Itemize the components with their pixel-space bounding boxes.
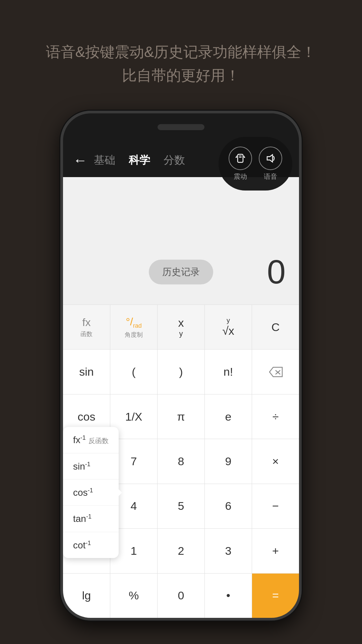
svg-rect-5 bbox=[236, 157, 236, 158]
vibration-icon bbox=[229, 147, 252, 170]
key-multiply[interactable]: × bbox=[252, 439, 299, 483]
key-fx[interactable]: fx 函数 bbox=[63, 305, 110, 349]
promo-text: 语音&按键震动&历史记录功能样样俱全！ 比自带的更好用！ bbox=[0, 40, 362, 88]
svg-rect-1 bbox=[239, 156, 242, 156]
sound-icon bbox=[259, 147, 282, 170]
keypad-row-7: lg % 0 • = bbox=[63, 573, 299, 618]
key-percent[interactable]: % bbox=[110, 574, 158, 618]
tab-basic[interactable]: 基础 bbox=[94, 153, 115, 168]
popup-item-cos[interactable]: cos-1 bbox=[63, 480, 119, 506]
popup-item-sin[interactable]: sin-1 bbox=[63, 453, 119, 479]
vibration-icon-item[interactable]: 震动 bbox=[229, 147, 252, 181]
keypad-row-1: fx 函数 °/rad 角度制 xy y√x C bbox=[63, 305, 299, 349]
vibration-label: 震动 bbox=[234, 172, 247, 181]
phone-shell: ← 基础 科学 分数 bbox=[60, 111, 302, 621]
key-3[interactable]: 3 bbox=[205, 529, 252, 573]
svg-rect-0 bbox=[238, 154, 243, 162]
key-5[interactable]: 5 bbox=[158, 484, 205, 528]
key-equals[interactable]: = bbox=[252, 574, 299, 618]
nav-tabs: 基础 科学 分数 bbox=[94, 153, 185, 168]
svg-rect-3 bbox=[236, 156, 237, 158]
key-open-paren[interactable]: ( bbox=[110, 350, 158, 394]
svg-rect-2 bbox=[239, 157, 242, 158]
phone-mockup: ← 基础 科学 分数 bbox=[60, 111, 302, 621]
back-button[interactable]: ← bbox=[73, 152, 87, 168]
key-2[interactable]: 2 bbox=[158, 529, 205, 573]
nav-bar: ← 基础 科学 分数 bbox=[63, 144, 299, 177]
key-divide[interactable]: ÷ bbox=[252, 394, 299, 439]
popup-item-cot[interactable]: cot-1 bbox=[63, 532, 119, 558]
key-add[interactable]: + bbox=[252, 529, 299, 573]
key-root[interactable]: y√x bbox=[205, 305, 252, 349]
keypad-row-2: sin ( ) n! bbox=[63, 349, 299, 394]
inverse-function-popup: fx-1 反函数 sin-1 cos-1 tan-1 cot-1 bbox=[63, 427, 119, 558]
svg-rect-6 bbox=[244, 157, 245, 158]
keypad-area: fx-1 反函数 sin-1 cos-1 tan-1 cot-1 fx 函数 bbox=[63, 305, 299, 618]
key-euler[interactable]: e bbox=[205, 394, 252, 439]
key-clear[interactable]: C bbox=[252, 305, 299, 349]
key-close-paren[interactable]: ) bbox=[158, 350, 205, 394]
svg-rect-4 bbox=[244, 156, 244, 158]
phone-content: ← 基础 科学 分数 bbox=[63, 144, 299, 618]
key-0[interactable]: 0 bbox=[158, 574, 205, 618]
key-factorial[interactable]: n! bbox=[205, 350, 252, 394]
tab-fraction[interactable]: 分数 bbox=[164, 153, 185, 168]
key-9[interactable]: 9 bbox=[205, 439, 252, 483]
side-button-right bbox=[300, 207, 302, 248]
icons-popup: 震动 语音 bbox=[219, 137, 292, 191]
key-subtract[interactable]: − bbox=[252, 484, 299, 528]
popup-item-tan[interactable]: tan-1 bbox=[63, 506, 119, 532]
promo-line2: 比自带的更好用！ bbox=[20, 64, 342, 87]
history-button[interactable]: 历史记录 bbox=[149, 260, 213, 284]
key-6[interactable]: 6 bbox=[205, 484, 252, 528]
promo-line1: 语音&按键震动&历史记录功能样样俱全！ bbox=[20, 40, 342, 64]
key-backspace[interactable] bbox=[252, 350, 299, 394]
key-power[interactable]: xy bbox=[158, 305, 205, 349]
phone-speaker bbox=[158, 124, 204, 130]
popup-item-fx[interactable]: fx-1 反函数 bbox=[63, 427, 119, 453]
display-area: 历史记录 0 bbox=[63, 177, 299, 305]
key-8[interactable]: 8 bbox=[158, 439, 205, 483]
key-pi[interactable]: π bbox=[158, 394, 205, 439]
sound-label: 语音 bbox=[264, 172, 277, 181]
sound-icon-item[interactable]: 语音 bbox=[259, 147, 282, 181]
side-button-left bbox=[60, 214, 62, 241]
key-sin[interactable]: sin bbox=[63, 350, 110, 394]
svg-marker-7 bbox=[267, 155, 273, 162]
key-decimal[interactable]: • bbox=[205, 574, 252, 618]
key-lg[interactable]: lg bbox=[63, 574, 110, 618]
key-angle[interactable]: °/rad 角度制 bbox=[110, 305, 158, 349]
display-number: 0 bbox=[267, 253, 286, 291]
tab-science[interactable]: 科学 bbox=[129, 153, 150, 168]
